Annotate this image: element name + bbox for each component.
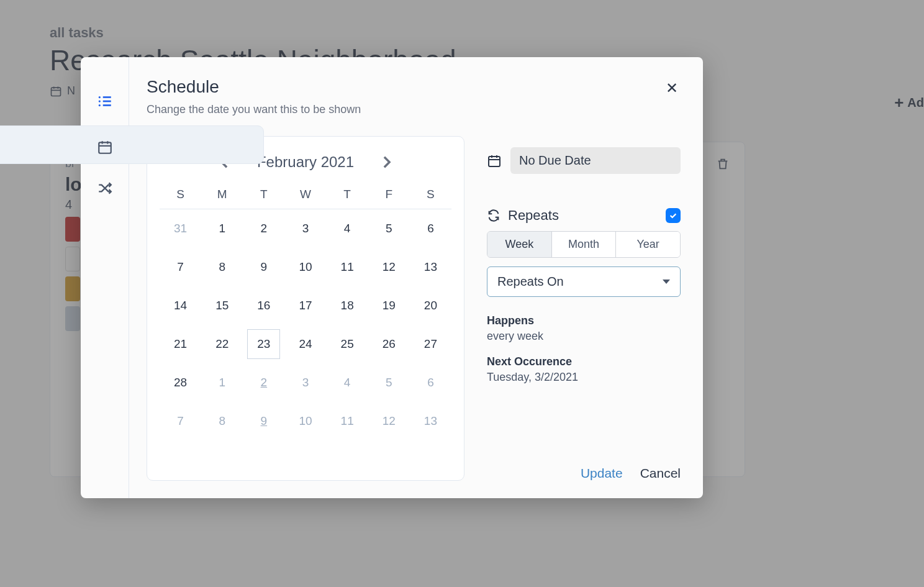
calendar-day[interactable]: 13 [410,248,451,286]
calendar-dow: F [368,184,410,209]
calendar: February 2021 SMTWTFS 311234567891011121… [147,136,464,481]
calendar-day[interactable]: 10 [284,248,326,286]
calendar-day[interactable]: 21 [160,325,201,363]
calendar-day[interactable]: 12 [368,248,410,286]
close-button[interactable]: ✕ [663,77,681,99]
calendar-day[interactable]: 1 [201,209,243,248]
repeat-icon [487,209,500,222]
modal-sidebar [81,57,129,498]
calendar-dow: W [284,184,326,209]
calendar-day[interactable]: 16 [243,286,284,325]
calendar-day[interactable]: 25 [327,325,368,363]
next-occurrence-value: Tuesday, 3/2/2021 [487,371,681,384]
calendar-day[interactable]: 8 [201,402,243,440]
modal-title: Schedule [147,77,361,97]
update-button[interactable]: Update [581,466,623,481]
calendar-day[interactable]: 7 [160,248,201,286]
calendar-day[interactable]: 14 [160,286,201,325]
calendar-day[interactable]: 24 [284,325,326,363]
calendar-dow: T [327,184,368,209]
calendar-day[interactable]: 27 [410,325,451,363]
svg-point-8 [98,100,100,102]
repeats-on-select[interactable]: Repeats On [487,266,681,297]
calendar-day[interactable]: 3 [284,209,326,248]
cancel-button[interactable]: Cancel [640,466,681,481]
repeat-interval-segment: Week Month Year [487,231,681,258]
calendar-day[interactable]: 5 [368,363,410,402]
calendar-day[interactable]: 26 [368,325,410,363]
calendar-day[interactable]: 11 [327,248,368,286]
calendar-day[interactable]: 2 [243,363,284,402]
calendar-day[interactable]: 22 [201,325,243,363]
segment-month[interactable]: Month [552,232,617,257]
chevron-down-icon [663,280,670,284]
calendar-dow: S [160,184,201,209]
happens-label: Happens [487,314,681,327]
calendar-day[interactable]: 12 [368,402,410,440]
calendar-day[interactable]: 6 [410,363,451,402]
segment-year[interactable]: Year [616,232,680,257]
due-date-badge[interactable]: No Due Date [510,147,681,174]
calendar-day[interactable]: 9 [243,402,284,440]
calendar-day[interactable]: 4 [327,363,368,402]
next-occurrence-label: Next Occurence [487,355,681,368]
svg-point-7 [98,96,100,98]
segment-week[interactable]: Week [487,232,552,257]
happens-value: every week [487,330,681,343]
tab-list[interactable] [85,82,125,121]
calendar-day[interactable]: 19 [368,286,410,325]
calendar-day[interactable]: 10 [284,402,326,440]
calendar-day[interactable]: 5 [368,209,410,248]
calendar-day[interactable]: 7 [160,402,201,440]
calendar-day[interactable]: 31 [160,209,201,248]
list-icon [97,93,113,109]
calendar-day[interactable]: 18 [327,286,368,325]
next-month-button[interactable] [379,152,395,173]
repeats-on-label: Repeats On [497,275,564,289]
calendar-dow: M [201,184,243,209]
calendar-day[interactable]: 8 [201,248,243,286]
check-icon [669,211,677,220]
calendar-month-label: February 2021 [257,153,354,171]
calendar-dow: S [410,184,451,209]
calendar-day[interactable]: 4 [327,209,368,248]
calendar-day[interactable]: 9 [243,248,284,286]
svg-point-9 [98,104,100,106]
calendar-day[interactable]: 2 [243,209,284,248]
calendar-day[interactable]: 13 [410,402,451,440]
tab-schedule[interactable] [0,125,264,164]
shuffle-icon [97,180,113,196]
calendar-dow: T [243,184,284,209]
modal-subtitle: Change the date you want this to be show… [147,103,361,116]
calendar-day[interactable]: 1 [201,363,243,402]
tab-shuffle[interactable] [85,169,125,207]
calendar-day[interactable]: 11 [327,402,368,440]
svg-rect-10 [99,142,111,153]
calendar-icon [487,153,502,168]
calendar-day[interactable]: 23 [243,325,284,363]
schedule-modal: Schedule Change the date you want this t… [81,57,703,498]
calendar-day[interactable]: 6 [410,209,451,248]
calendar-day[interactable]: 15 [201,286,243,325]
repeats-checkbox[interactable] [666,208,681,223]
svg-rect-14 [489,157,500,166]
calendar-day[interactable]: 20 [410,286,451,325]
chevron-right-icon [383,155,391,169]
calendar-day[interactable]: 28 [160,363,201,402]
calendar-day[interactable]: 17 [284,286,326,325]
calendar-day[interactable]: 3 [284,363,326,402]
calendar-icon [97,139,113,155]
repeats-label: Repeats [508,207,559,224]
